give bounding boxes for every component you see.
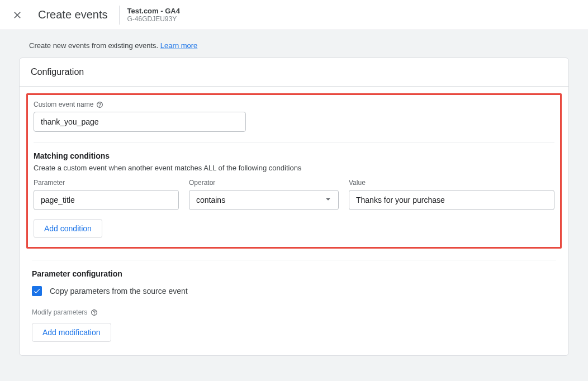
matching-conditions-title: Matching conditions [34,151,554,160]
divider [119,6,120,25]
value-label: Value [349,179,554,187]
copy-parameters-label: Copy parameters from the source event [50,287,188,296]
learn-more-link[interactable]: Learn more [160,41,197,50]
parameter-configuration-title: Parameter configuration [32,269,556,278]
help-icon[interactable] [91,309,98,316]
custom-event-name-label: Custom event name [34,101,554,108]
property-id: G-46GDJEU93Y [127,15,180,23]
value-input[interactable] [349,190,554,210]
operator-value[interactable] [189,190,339,210]
copy-parameters-row: Copy parameters from the source event [32,286,556,296]
modify-parameters-label-text: Modify parameters [32,308,87,316]
configuration-card: Configuration Custom event name Matching… [19,58,569,356]
custom-event-name-label-text: Custom event name [34,101,93,108]
operator-label: Operator [189,179,339,187]
parameter-input[interactable] [34,190,179,210]
page-title: Create events [38,8,108,21]
add-modification-button[interactable]: Add modification [32,323,111,342]
matching-conditions-subtitle: Create a custom event when another event… [34,164,554,172]
property-name: Test.com - GA4 [127,7,180,16]
intro-text: Create new events from existing events. … [19,41,569,50]
parameter-label: Parameter [34,179,179,187]
copy-parameters-checkbox[interactable] [32,286,42,296]
add-condition-button[interactable]: Add condition [34,219,102,238]
parameter-configuration-section: Parameter configuration Copy parameters … [20,249,568,355]
close-icon[interactable] [11,9,23,21]
intro-text-label: Create new events from existing events. [29,41,158,50]
modify-parameters-label: Modify parameters [32,308,556,316]
card-title: Configuration [20,58,568,87]
help-icon[interactable] [96,101,103,108]
divider [34,142,554,142]
content: Create new events from existing events. … [9,30,579,373]
property-block: Test.com - GA4 G-46GDJEU93Y [127,7,180,23]
operator-select[interactable] [189,190,339,210]
highlighted-section: Custom event name Matching conditions Cr… [26,93,562,249]
condition-row: Parameter Operator Value [34,179,554,210]
page-header: Create events Test.com - GA4 G-46GDJEU93… [0,0,588,30]
divider [32,260,556,260]
custom-event-name-input[interactable] [34,112,246,132]
